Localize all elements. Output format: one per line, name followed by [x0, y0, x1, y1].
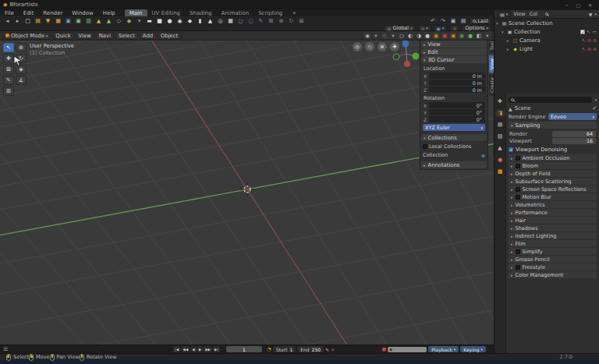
outliner-search-icon[interactable] — [545, 12, 548, 16]
minimize-button[interactable]: ─ — [561, 1, 572, 9]
gizmo-toggle-icon[interactable]: ◉ — [363, 32, 371, 39]
filter-dropdown-icon[interactable]: ▾ — [594, 12, 597, 16]
workspace-tab[interactable]: Scripting — [253, 9, 287, 16]
disclosure-icon[interactable]: ▸ — [507, 47, 511, 51]
properties-panel-header[interactable]: Screen Space Reflections — [509, 186, 597, 193]
transform-orientation[interactable]: ◎ Global ▾ — [384, 25, 416, 31]
playback-dropdown[interactable]: Playback▾ — [428, 346, 459, 352]
viewport-render-icon[interactable]: ● — [466, 32, 474, 39]
shading-solid-icon[interactable]: ◐ — [406, 32, 414, 39]
edit-keyframe-icon[interactable]: ✎ — [325, 347, 329, 352]
render-visibility-icon[interactable]: ⊘ — [587, 46, 591, 51]
play-button[interactable]: ▶ — [197, 346, 203, 352]
collection-row[interactable]: Collection ⊗ — [423, 152, 485, 158]
panel-checkbox[interactable] — [516, 265, 520, 270]
save-icon[interactable]: ▣ — [63, 17, 73, 25]
viewport-menu[interactable]: Add — [140, 32, 156, 40]
overlay-toggle-icon[interactable]: ▣ — [432, 32, 440, 39]
annotations-header[interactable]: Annotations — [421, 161, 487, 168]
snap-tool-icon[interactable]: ⊕ — [276, 17, 286, 25]
workspace-tab[interactable]: UV Editing — [147, 9, 186, 16]
menu-item[interactable]: File — [0, 10, 19, 16]
add-plane-icon[interactable]: ▬ — [144, 17, 154, 25]
append-icon[interactable]: ◆ — [124, 17, 134, 25]
menu-item[interactable]: Help — [98, 10, 120, 16]
editor-type-button[interactable]: ▤▾ — [497, 11, 511, 17]
snap-magnet-icon[interactable]: ◇ — [381, 32, 388, 39]
start-frame-field[interactable]: Start1 — [273, 346, 296, 352]
select-circle-icon[interactable]: ○ — [246, 17, 256, 25]
xray-toggle-icon[interactable]: ▣ — [441, 32, 448, 39]
properties-panel-header[interactable]: Grease Pencil — [509, 256, 597, 263]
jump-end-button[interactable]: ▶| — [213, 346, 220, 352]
record-button[interactable]: ● — [381, 346, 386, 352]
shading-options-icon[interactable]: ◧ — [475, 32, 483, 39]
viewport-menu[interactable]: View — [76, 32, 94, 40]
zoom-icon[interactable]: ⊕ — [377, 42, 387, 51]
add-cone-icon[interactable]: ▲ — [205, 17, 215, 25]
nav-forward-icon[interactable]: ▸ — [12, 17, 23, 25]
properties-panel-header[interactable]: Freestyle — [509, 263, 597, 270]
snap-toggle[interactable]: ∩ ▾ — [418, 25, 431, 31]
viewport-menu[interactable]: Object — [158, 32, 181, 40]
jump-start-button[interactable]: |◀ — [173, 346, 180, 352]
npanel-tab[interactable]: Create — [489, 74, 494, 96]
collection-checkbox[interactable] — [580, 30, 585, 34]
scale-tool-icon[interactable]: ⊠ — [296, 17, 307, 25]
rotation-value-field[interactable]: 0° — [429, 116, 485, 122]
render-visibility-icon[interactable]: ▭ — [592, 29, 597, 34]
overlay-grid-icon[interactable]: ▣ — [458, 32, 466, 39]
prev-keyframe-button[interactable]: ◀◀ — [181, 346, 190, 352]
properties-panel-header[interactable]: Hair — [509, 217, 597, 224]
paste-icon[interactable]: ▤ — [458, 17, 468, 25]
panel-checkbox[interactable] — [516, 249, 520, 254]
outliner-row[interactable]: ▾ ▤ Scene Collection — [494, 19, 599, 27]
menu-item[interactable]: Window — [67, 10, 98, 16]
viewport-menu[interactable]: Select — [115, 32, 138, 40]
render-visibility-icon[interactable]: ⊘ — [587, 37, 591, 43]
proportional-edit[interactable]: ◉ ▾ — [434, 25, 448, 31]
tab-scene-icon[interactable]: ▲ — [495, 144, 505, 152]
preview-range-icon[interactable]: ◔ — [267, 346, 271, 352]
panel-checkbox[interactable] — [516, 156, 520, 161]
viewport-menu[interactable]: Quick — [52, 32, 73, 40]
nav-back-icon[interactable]: ◂ — [2, 17, 12, 25]
play-reverse-button[interactable]: ◀ — [190, 346, 196, 352]
sampling-panel-header[interactable]: Sampling — [509, 122, 597, 129]
disclosure-icon[interactable]: ▸ — [507, 38, 511, 43]
keying-dropdown[interactable]: Keying▾ — [460, 346, 485, 352]
local-collections-row[interactable]: Local Collections — [423, 143, 485, 150]
workspace-tab[interactable]: Animation — [216, 9, 253, 16]
sampling-value-field[interactable]: 16 — [552, 138, 596, 144]
npanel-tab[interactable]: View — [489, 55, 494, 72]
add-circle-icon[interactable]: ● — [165, 17, 175, 25]
panel-checkbox[interactable] — [516, 195, 520, 200]
outliner-row[interactable]: ▸ ◫ Camera ↖ ⊘ ⊘ — [494, 36, 599, 44]
open-recent-icon[interactable]: ▼ — [43, 17, 53, 25]
menu-item[interactable]: Edit — [19, 10, 39, 16]
gizmo-object-icon[interactable]: ▣ — [449, 32, 457, 39]
selectable-icon[interactable]: ↖ — [587, 29, 590, 34]
open-file-icon[interactable]: ▤ — [33, 17, 43, 25]
timeline-menu-icon[interactable]: ☰ — [3, 346, 8, 352]
tab-render-icon[interactable]: ◨ — [495, 109, 505, 117]
outliner-row[interactable]: ▸ ◆ Light ↖ ⊘ ⊘ — [494, 44, 599, 53]
properties-panel-header[interactable]: Color Management — [509, 271, 597, 278]
properties-panel-header[interactable]: Simplify — [509, 248, 597, 255]
rotation-order-dropdown[interactable]: XYZ Euler▾ — [423, 124, 485, 131]
properties-panel-header[interactable]: Shadows — [509, 224, 597, 231]
add-torus-icon[interactable]: ◎ — [215, 17, 225, 25]
panel-checkbox[interactable] — [516, 164, 520, 168]
add-sphere-icon[interactable]: ◉ — [175, 17, 185, 25]
location-value-field[interactable]: 0 m — [429, 80, 485, 86]
selectable-icon[interactable]: ↖ — [582, 37, 586, 43]
close-button[interactable]: ✕ — [584, 1, 596, 9]
add-cube-icon[interactable]: ■ — [154, 17, 165, 25]
properties-panel-header[interactable]: Ambient Occlusion — [509, 154, 597, 161]
rotation-value-field[interactable]: 0° — [429, 102, 485, 108]
properties-panel-header[interactable]: Subsurface Scattering — [509, 178, 597, 185]
add-grid-icon[interactable]: ▦ — [225, 17, 236, 25]
collections-header[interactable]: Collections — [421, 134, 487, 141]
panel-checkbox[interactable] — [516, 187, 520, 192]
end-frame-field[interactable]: End250 — [297, 346, 324, 352]
